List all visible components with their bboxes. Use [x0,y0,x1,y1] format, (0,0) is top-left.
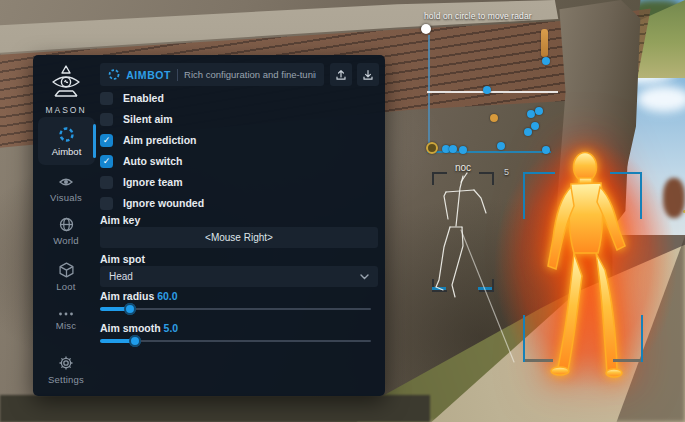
radar-hint-text: hold on circle to move radar [424,11,544,21]
aim-smooth-slider[interactable] [100,335,371,347]
cloud [637,86,685,112]
radar-left-edge [428,35,430,152]
checkbox[interactable]: ✓ [100,197,113,210]
aim-radius-label: Aim radius 60.0 [100,290,178,302]
checkbox[interactable]: ✓ [100,176,113,189]
page-title: AIMBOT [126,69,171,81]
checkbox[interactable]: ✓ [100,113,113,126]
player-box-tick [525,359,553,362]
aim-radius-slider[interactable] [100,303,371,315]
sidebar-item-label: Visuals [50,192,82,203]
aim-spot-value: Head [109,271,133,282]
globe-icon [59,217,74,232]
sidebar-item-loot[interactable]: Loot [33,262,99,292]
radar-dot [535,107,543,115]
toggle-label: Ignore wounded [123,197,204,209]
sidebar-item-label: World [53,235,79,246]
player-box-corner [610,172,642,219]
radar-dot [426,142,438,154]
export-config-button[interactable] [330,63,352,86]
toggle-silent-aim[interactable]: ✓ Silent aim [100,112,173,126]
toggle-enabled[interactable]: ✓ Enabled [100,91,164,105]
crosshair-icon [108,68,120,81]
aim-smooth-value: 5.0 [164,322,179,334]
radar-dot [531,122,539,130]
import-config-button[interactable] [357,63,379,86]
sidebar-item-label: Settings [48,374,84,385]
sidebar-item-label: Aimbot [52,146,82,157]
radar-dot [527,110,535,118]
toggle-label: Silent aim [123,113,173,125]
sidebar-item-label: Misc [56,320,76,331]
eye-icon [58,175,74,189]
brand-logo-block: MASON [33,65,99,115]
active-indicator [93,124,96,158]
game-screen: hold on circle to move radar noc 5 [0,0,685,422]
skeleton-esp [425,160,530,370]
gear-icon [58,355,74,371]
chevron-down-icon [360,274,369,280]
ground [0,395,430,422]
bush [663,178,685,218]
aim-radius-label-text: Aim radius [100,290,154,302]
player-box-corner [638,315,643,362]
aim-radius-value: 60.0 [157,290,177,302]
radar-dot [459,146,467,154]
toggle-label: Ignore team [123,176,183,188]
checkbox[interactable]: ✓ [100,134,113,147]
player-box-tick [613,359,641,362]
crosshair-icon [58,126,75,143]
aim-smooth-label-text: Aim smooth [100,322,161,334]
aim-smooth-label: Aim smooth 5.0 [100,322,178,334]
radar-dot [497,142,505,150]
page-subtitle: Rich configuration and fine-tuning [184,69,316,80]
tab-header-bar: AIMBOT Rich configuration and fine-tunin… [100,63,324,86]
sidebar-item-label: Loot [56,281,75,292]
aim-spot-label: Aim spot [100,253,145,265]
radar-move-handle[interactable] [421,24,431,34]
toggle-aim-prediction[interactable]: ✓ Aim prediction [100,133,197,147]
toggle-auto-switch[interactable]: ✓ Auto switch [100,154,183,168]
checkbox[interactable]: ✓ [100,155,113,168]
sidebar-item-aimbot[interactable]: Aimbot [38,117,95,165]
player-box-corner [523,172,555,219]
radar-zoom-bar[interactable] [541,29,548,57]
ellipsis-icon [58,311,74,317]
brand-name: MASON [45,105,86,115]
radar-dot [449,145,457,153]
cheat-menu-panel: MASON Aimbot Visuals W [33,55,385,396]
slider-track[interactable] [100,308,371,310]
sidebar-item-misc[interactable]: Misc [33,311,99,331]
radar-dot [490,114,498,122]
slider-thumb[interactable] [124,303,136,315]
toggle-label: Auto switch [123,155,183,167]
divider [177,69,178,81]
radar-dot [542,146,550,154]
cube-icon [59,262,74,278]
slider-thumb[interactable] [129,335,141,347]
aim-key-label: Aim key [100,214,140,226]
radar-horizon-line [427,91,558,93]
player-box-corner [523,315,528,362]
aim-key-bind-button[interactable]: <Mouse Right> [100,227,378,248]
toggle-ignore-team[interactable]: ✓ Ignore team [100,175,183,189]
radar-dot [483,86,491,94]
download-icon [362,69,374,81]
aim-spot-select[interactable]: Head [100,266,378,287]
toggle-label: Aim prediction [123,134,197,146]
upload-icon [335,69,347,81]
checkbox[interactable]: ✓ [100,92,113,105]
toggle-ignore-wounded[interactable]: ✓ Ignore wounded [100,196,204,210]
distance-label: 5 [504,167,509,177]
sidebar-item-world[interactable]: World [33,217,99,246]
sidebar-item-visuals[interactable]: Visuals [33,175,99,203]
sidebar-item-settings[interactable]: Settings [33,355,99,385]
toggle-label: Enabled [123,92,164,104]
radar-dot [542,57,550,65]
mason-eye-logo-icon [50,65,82,101]
radar-dot [524,128,532,136]
